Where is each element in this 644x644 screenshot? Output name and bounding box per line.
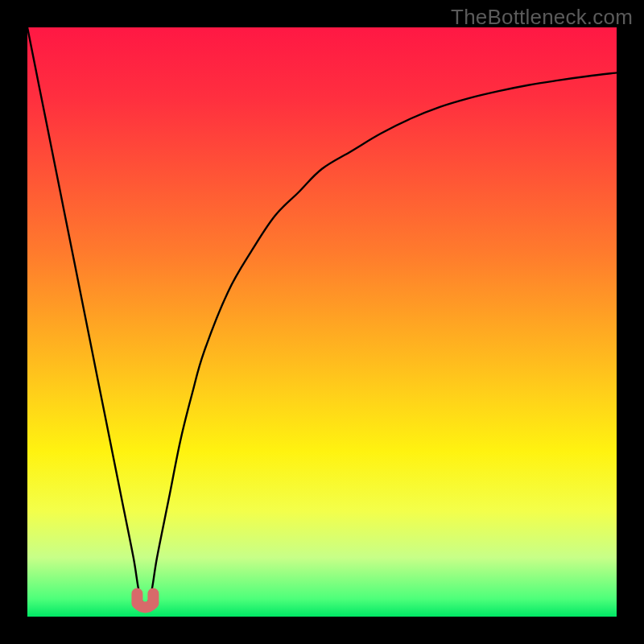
plot-background bbox=[27, 27, 617, 617]
watermark-text: TheBottleneck.com bbox=[451, 5, 633, 30]
chart-frame: TheBottleneck.com bbox=[0, 0, 644, 644]
bottleneck-chart bbox=[0, 0, 644, 644]
